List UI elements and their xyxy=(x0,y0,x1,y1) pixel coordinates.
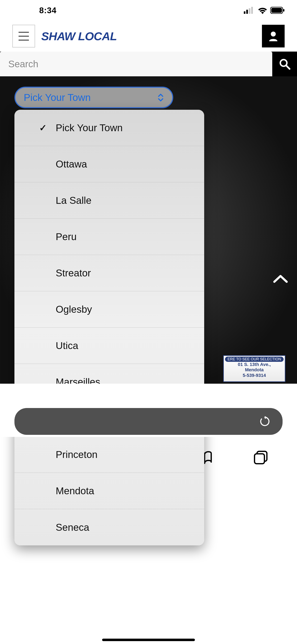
town-dropdown: ✓ Pick Your Town Ottawa La Salle Peru St… xyxy=(14,110,204,546)
check-icon: ✓ xyxy=(39,122,47,133)
dropdown-item[interactable]: Seneca xyxy=(14,509,204,546)
town-selector-panel: Pick Your Town ✓ Pick Your Town Ottawa L… xyxy=(0,76,297,384)
dropdown-item[interactable]: Mendota xyxy=(14,473,204,509)
svg-rect-12 xyxy=(254,454,264,464)
dropdown-item-label: Ottawa xyxy=(56,158,87,170)
search-button[interactable] xyxy=(272,52,297,76)
cellular-icon xyxy=(244,7,255,14)
dropdown-item-label: Seneca xyxy=(56,522,89,533)
chevron-up-icon xyxy=(272,274,289,284)
dropdown-item-label: Oglesby xyxy=(56,304,92,315)
dropdown-item[interactable]: ✓ Pick Your Town xyxy=(14,110,204,146)
dropdown-item[interactable]: Princeton xyxy=(14,436,204,473)
ad-banner[interactable]: ERE TO SEE OUR SELECTION 01 S. 13th Ave.… xyxy=(223,355,286,382)
svg-line-9 xyxy=(286,66,290,69)
ad-address-line2: Mendota xyxy=(245,367,264,372)
content-area: ERE TO SEE OUR SELECTION 01 S. 13th Ave.… xyxy=(0,384,297,404)
dropdown-item[interactable]: Oglesby xyxy=(14,291,204,328)
menu-button[interactable] xyxy=(12,25,35,48)
dropdown-item[interactable]: La Salle xyxy=(14,182,204,219)
search-icon xyxy=(278,58,291,70)
svg-rect-6 xyxy=(283,9,284,12)
dropdown-item[interactable]: Utica xyxy=(14,328,204,364)
dropdown-item-label: Streator xyxy=(56,267,91,279)
search-row xyxy=(0,52,297,76)
person-icon xyxy=(267,30,280,42)
refresh-icon xyxy=(260,416,270,427)
dropdown-item[interactable]: Peru xyxy=(14,219,204,255)
ad-address-line1: 01 S. 13th Ave., xyxy=(238,362,271,367)
status-bar: 8:34 xyxy=(0,0,297,21)
dropdown-item-label: La Salle xyxy=(56,195,91,206)
home-indicator xyxy=(0,636,297,644)
hamburger-icon xyxy=(18,32,29,33)
svg-rect-3 xyxy=(251,7,253,14)
search-input[interactable] xyxy=(0,52,272,76)
browser-url-bar[interactable] xyxy=(14,408,282,435)
site-logo[interactable]: SHAW LOCAL xyxy=(41,30,117,43)
refresh-button[interactable] xyxy=(260,416,270,427)
dropdown-item-label: Mendota xyxy=(56,485,94,496)
wifi-icon xyxy=(258,6,268,14)
ad-phone: 5-539-9314 xyxy=(243,373,266,378)
svg-rect-0 xyxy=(244,11,246,14)
town-select[interactable]: Pick Your Town xyxy=(14,87,173,108)
status-time: 8:34 xyxy=(39,6,56,15)
dropdown-item-label: Pick Your Town xyxy=(56,122,123,134)
dropdown-item[interactable]: Streator xyxy=(14,255,204,291)
ad-cta: ERE TO SEE OUR SELECTION xyxy=(225,357,284,362)
scroll-to-top-button[interactable] xyxy=(272,274,289,285)
svg-point-7 xyxy=(271,32,276,36)
account-button[interactable] xyxy=(262,25,284,48)
tabs-icon xyxy=(253,450,268,465)
svg-rect-5 xyxy=(271,8,282,13)
app-header: SHAW LOCAL xyxy=(0,21,297,52)
browser-url-bar-wrap xyxy=(0,404,297,437)
dropdown-item-label: Princeton xyxy=(56,449,98,460)
status-icons xyxy=(244,6,284,14)
svg-rect-1 xyxy=(246,10,248,14)
tabs-button[interactable] xyxy=(250,447,271,468)
dropdown-item[interactable]: Ottawa xyxy=(14,146,204,182)
town-select-label: Pick Your Town xyxy=(24,92,91,103)
select-chevrons-icon xyxy=(157,93,164,102)
dropdown-item-label: Peru xyxy=(56,231,76,242)
dropdown-item-label: Utica xyxy=(56,340,78,351)
battery-icon xyxy=(270,7,284,14)
svg-rect-2 xyxy=(249,8,250,14)
